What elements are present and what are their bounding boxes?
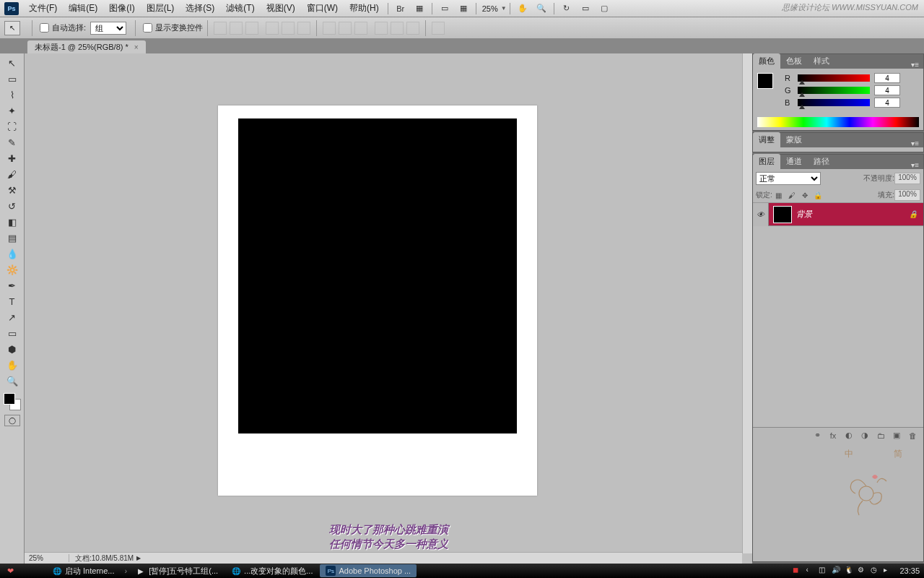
pen-tool[interactable]: ✒ — [4, 277, 21, 293]
mini-bridge-icon[interactable]: ▦ — [413, 3, 426, 14]
tab-mask[interactable]: 蒙版 — [780, 132, 808, 147]
clock[interactable]: 23:35 — [899, 566, 920, 575]
zoom-icon[interactable]: 🔍 — [535, 3, 548, 14]
distribute-bottom-icon[interactable] — [354, 22, 367, 35]
panel-menu-icon[interactable]: ▾≡ — [907, 161, 923, 169]
taskbar-item[interactable]: 🌐启动 Interne... — [46, 564, 120, 577]
align-top-icon[interactable] — [214, 22, 227, 35]
adjustment-layer-icon[interactable]: ◑ — [858, 430, 871, 441]
screen-mode-icon[interactable]: ▢ — [598, 3, 611, 14]
panel-menu-icon[interactable]: ▾≡ — [907, 61, 923, 69]
brush-tool[interactable]: 🖌 — [4, 166, 21, 182]
status-doc-info[interactable]: 文档:10.8M/5.81M — [69, 553, 134, 564]
path-select-tool[interactable]: ↗ — [4, 309, 21, 325]
menu-select[interactable]: 选择(S) — [180, 2, 220, 14]
gradient-tool[interactable]: ▤ — [4, 230, 21, 246]
auto-select-dropdown[interactable]: 组 — [90, 22, 126, 35]
show-transform-checkbox[interactable] — [143, 23, 152, 33]
tray-network-icon[interactable]: ◫ — [819, 566, 829, 576]
stamp-tool[interactable]: ⚒ — [4, 182, 21, 198]
distribute-top-icon[interactable] — [323, 22, 336, 35]
opacity-value[interactable]: 100% — [894, 173, 920, 184]
marquee-tool[interactable]: ▭ — [4, 71, 21, 87]
history-brush-tool[interactable]: ↺ — [4, 198, 21, 214]
distribute-left-icon[interactable] — [375, 22, 388, 35]
color-spectrum[interactable] — [757, 117, 919, 127]
layer-thumbnail[interactable] — [773, 206, 792, 223]
tab-color[interactable]: 颜色 — [753, 53, 780, 69]
type-tool[interactable]: T — [4, 293, 21, 309]
visibility-toggle-icon[interactable]: 👁 — [753, 203, 769, 226]
tray-volume-icon[interactable]: 🔊 — [832, 566, 842, 576]
dodge-tool[interactable]: 🔆 — [4, 262, 21, 277]
menu-view[interactable]: 视图(V) — [261, 2, 301, 14]
3d-tool[interactable]: ⬢ — [4, 341, 21, 357]
taskbar-item[interactable]: 🌐...改变对象的颜色... — [225, 564, 318, 577]
zoom-tool[interactable]: 🔍 — [4, 373, 21, 389]
eyedropper-tool[interactable]: ✎ — [4, 134, 21, 150]
new-group-icon[interactable]: 🗀 — [874, 430, 887, 441]
g-slider[interactable] — [798, 87, 870, 94]
g-value[interactable] — [874, 85, 900, 95]
start-icon[interactable]: ❤ — [3, 565, 17, 577]
fill-value[interactable]: 100% — [894, 189, 920, 201]
document-tab[interactable]: 未标题-1 @ 25%(RGB/8) * × — [27, 40, 146, 53]
align-bottom-icon[interactable] — [245, 22, 258, 35]
tray-icon[interactable]: ⚙ — [858, 566, 868, 576]
align-left-icon[interactable] — [266, 22, 279, 35]
foreground-color-swatch[interactable] — [4, 393, 15, 405]
current-tool-icon[interactable]: ↖ — [4, 21, 20, 35]
vertical-scrollbar[interactable] — [742, 53, 752, 553]
color-preview[interactable] — [757, 73, 779, 95]
layer-fx-icon[interactable]: fx — [827, 430, 840, 441]
b-slider[interactable] — [798, 99, 870, 106]
quick-select-tool[interactable]: ✦ — [4, 103, 21, 118]
arrange-icon[interactable]: ▭ — [579, 3, 592, 14]
hand-icon[interactable]: ✋ — [516, 3, 529, 14]
close-tab-icon[interactable]: × — [134, 43, 139, 51]
distribute-vcenter-icon[interactable] — [339, 22, 352, 35]
view-grid-icon[interactable]: ▦ — [457, 3, 470, 14]
tray-icon[interactable]: 🐧 — [845, 566, 855, 576]
menu-image[interactable]: 图像(I) — [103, 2, 140, 14]
panel-menu-icon[interactable]: ▾≡ — [907, 139, 923, 147]
lock-pixels-icon[interactable]: 🖌 — [787, 190, 797, 200]
r-slider[interactable] — [798, 74, 870, 82]
new-layer-icon[interactable]: ▣ — [890, 430, 903, 441]
lock-position-icon[interactable]: ✥ — [800, 190, 810, 200]
tab-channels[interactable]: 通道 — [780, 154, 808, 169]
move-tool[interactable]: ↖ — [4, 55, 21, 71]
bridge-icon[interactable]: Br — [394, 3, 407, 14]
blur-tool[interactable]: 💧 — [4, 246, 21, 262]
link-layers-icon[interactable]: ⚭ — [811, 430, 824, 441]
zoom-level[interactable]: 25% — [479, 4, 501, 13]
tray-icon[interactable]: ‹ — [806, 566, 816, 576]
tray-icon[interactable]: ◷ — [871, 566, 881, 576]
lock-transparency-icon[interactable]: ▦ — [774, 190, 784, 200]
menu-help[interactable]: 帮助(H) — [344, 2, 385, 14]
tray-icon[interactable]: ◼ — [793, 566, 803, 576]
menu-window[interactable]: 窗口(W) — [301, 2, 344, 14]
hand-tool[interactable]: ✋ — [4, 357, 21, 373]
tray-icon[interactable]: ▸ — [884, 566, 894, 576]
auto-select-checkbox[interactable] — [40, 23, 49, 33]
layer-item[interactable]: 👁 背景 🔒 — [753, 203, 923, 226]
taskbar-item-active[interactable]: PsAdobe Photoshop ... — [320, 564, 417, 577]
align-right-icon[interactable] — [297, 22, 310, 35]
lasso-tool[interactable]: ⌇ — [4, 87, 21, 103]
tab-layers[interactable]: 图层 — [753, 154, 780, 169]
color-swatch[interactable] — [4, 393, 21, 410]
healing-tool[interactable]: ✚ — [4, 150, 21, 166]
view-extras-icon[interactable]: ▭ — [438, 3, 451, 14]
menu-filter[interactable]: 滤镜(T) — [220, 2, 260, 14]
b-value[interactable] — [874, 98, 900, 108]
taskbar-item[interactable]: ▶[暂停]五号特工组(... — [130, 564, 224, 577]
blend-mode-dropdown[interactable]: 正常 — [756, 172, 821, 185]
eraser-tool[interactable]: ◧ — [4, 214, 21, 230]
status-zoom[interactable]: 25% — [29, 554, 69, 562]
delete-layer-icon[interactable]: 🗑 — [906, 430, 919, 441]
menu-file[interactable]: 文件(F) — [23, 2, 63, 14]
shape-tool[interactable]: ▭ — [4, 325, 21, 341]
tab-styles[interactable]: 样式 — [808, 53, 835, 69]
layer-mask-icon[interactable]: ◐ — [842, 430, 855, 441]
